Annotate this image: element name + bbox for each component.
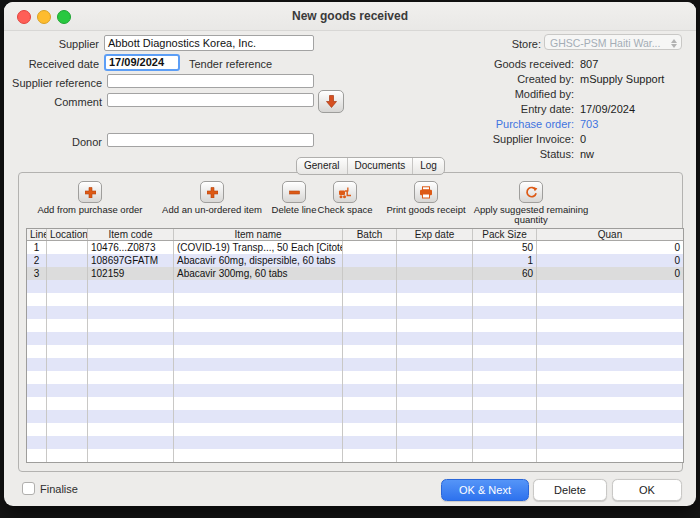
- cell-pack_size[interactable]: 50: [473, 241, 537, 254]
- table-row-empty: [27, 280, 683, 293]
- cell-location: [47, 280, 88, 293]
- tab-log[interactable]: Log: [413, 158, 444, 174]
- cell-exp_date: [397, 423, 473, 436]
- cell-line: [27, 280, 47, 293]
- cell-item_name: [174, 436, 343, 449]
- cell-exp_date: [397, 410, 473, 423]
- cell-pack_size: [473, 397, 537, 410]
- cell-item_code[interactable]: 102159: [88, 267, 174, 280]
- cell-item_code: [88, 436, 174, 449]
- comment-input[interactable]: [107, 93, 314, 107]
- cell-quan: [537, 345, 683, 358]
- column-header-item_code[interactable]: Item code: [88, 229, 174, 240]
- ok-and-next-button[interactable]: OK & Next: [441, 479, 529, 501]
- cell-item_name: [174, 384, 343, 397]
- column-header-location[interactable]: Location: [47, 229, 88, 240]
- cell-pack_size[interactable]: 60: [473, 267, 537, 280]
- cell-item_code[interactable]: 108697GFATM: [88, 254, 174, 267]
- column-header-batch[interactable]: Batch: [343, 229, 397, 240]
- cell-quan[interactable]: 0: [537, 267, 683, 280]
- add-unordered-item-button[interactable]: Add an un-ordered item: [154, 181, 270, 215]
- cell-quan[interactable]: 0: [537, 241, 683, 254]
- cell-pack_size[interactable]: 1: [473, 254, 537, 267]
- table-row-empty: [27, 384, 683, 397]
- goods-received-value: 807: [580, 58, 598, 70]
- cell-line[interactable]: 2: [27, 254, 47, 267]
- tab-bar: General Documents Log: [296, 157, 445, 175]
- cell-exp_date[interactable]: [397, 267, 473, 280]
- cell-line[interactable]: 1: [27, 241, 47, 254]
- cell-exp_date: [397, 371, 473, 384]
- supplier-input[interactable]: Abbott Diagnostics Korea, Inc.: [104, 35, 314, 51]
- cell-batch: [343, 306, 397, 319]
- cell-line: [27, 449, 47, 462]
- column-header-exp_date[interactable]: Exp date: [397, 229, 473, 240]
- print-goods-receipt-button[interactable]: Print goods receipt: [386, 181, 466, 215]
- cell-item_code: [88, 410, 174, 423]
- cell-line: [27, 319, 47, 332]
- cell-location[interactable]: [47, 267, 88, 280]
- cell-batch[interactable]: [343, 254, 397, 267]
- store-select[interactable]: GHSC-PSM Haiti War...: [544, 34, 682, 50]
- cell-line: [27, 306, 47, 319]
- cell-exp_date: [397, 332, 473, 345]
- cell-exp_date[interactable]: [397, 254, 473, 267]
- column-header-line[interactable]: Line: [27, 229, 47, 240]
- cell-item_code: [88, 371, 174, 384]
- cell-item_code: [88, 280, 174, 293]
- cell-batch: [343, 449, 397, 462]
- check-space-button[interactable]: Check space: [315, 181, 375, 215]
- cell-location: [47, 449, 88, 462]
- cell-item_name[interactable]: (COVID-19) Transp..., 50 Each [Citotest]: [174, 241, 343, 254]
- store-label: Store:: [391, 38, 541, 50]
- table-row-empty: [27, 293, 683, 306]
- printer-icon: [414, 181, 438, 203]
- cell-exp_date[interactable]: [397, 241, 473, 254]
- table-row[interactable]: 110476...Z0873(COVID-19) Transp..., 50 E…: [27, 241, 683, 254]
- column-header-item_name[interactable]: Item name: [174, 229, 343, 240]
- supplier-reference-input[interactable]: [107, 74, 314, 88]
- ok-button[interactable]: OK: [612, 479, 682, 501]
- cell-pack_size: [473, 306, 537, 319]
- finalise-label: Finalise: [40, 483, 120, 495]
- cell-location[interactable]: [47, 241, 88, 254]
- table-row[interactable]: 2108697GFATMAbacavir 60mg, dispersible, …: [27, 254, 683, 267]
- cell-batch[interactable]: [343, 267, 397, 280]
- table-row-empty: [27, 306, 683, 319]
- cell-pack_size: [473, 371, 537, 384]
- cell-item_name[interactable]: Abacavir 60mg, dispersible, 60 tabs: [174, 254, 343, 267]
- cell-pack_size: [473, 345, 537, 358]
- tender-reference-label: Tender reference: [189, 58, 299, 70]
- cell-quan[interactable]: 0: [537, 254, 683, 267]
- cell-item_code[interactable]: 10476...Z0873: [88, 241, 174, 254]
- cell-line[interactable]: 3: [27, 267, 47, 280]
- donor-input[interactable]: [107, 133, 314, 147]
- cell-item_code: [88, 319, 174, 332]
- cell-item_name[interactable]: Abacavir 300mg, 60 tabs: [174, 267, 343, 280]
- supplier-invoice-value: 0: [580, 133, 586, 145]
- cell-exp_date: [397, 293, 473, 306]
- cell-quan: [537, 332, 683, 345]
- cell-item_name: [174, 397, 343, 410]
- column-header-quan[interactable]: Quan: [537, 229, 683, 240]
- cell-exp_date: [397, 345, 473, 358]
- cell-item_name: [174, 410, 343, 423]
- cell-location[interactable]: [47, 254, 88, 267]
- apply-suggested-quantity-button[interactable]: Apply suggested remaining quantity: [471, 181, 591, 225]
- cell-exp_date: [397, 436, 473, 449]
- finalise-checkbox[interactable]: [22, 482, 35, 495]
- tab-documents[interactable]: Documents: [348, 158, 414, 174]
- tab-general[interactable]: General: [297, 158, 348, 174]
- cell-location: [47, 410, 88, 423]
- table-row[interactable]: 3102159Abacavir 300mg, 60 tabs600: [27, 267, 683, 280]
- cell-batch[interactable]: [343, 241, 397, 254]
- column-header-pack_size[interactable]: Pack Size: [473, 229, 537, 240]
- cell-quan: [537, 449, 683, 462]
- delete-button[interactable]: Delete: [533, 479, 607, 501]
- cell-batch: [343, 423, 397, 436]
- expand-comment-button[interactable]: [318, 90, 344, 113]
- cell-pack_size: [473, 332, 537, 345]
- purchase-order-link[interactable]: 703: [580, 118, 598, 130]
- add-from-purchase-order-button[interactable]: Add from purchase order: [28, 181, 152, 215]
- received-date-input[interactable]: 17/09/2024: [104, 54, 180, 71]
